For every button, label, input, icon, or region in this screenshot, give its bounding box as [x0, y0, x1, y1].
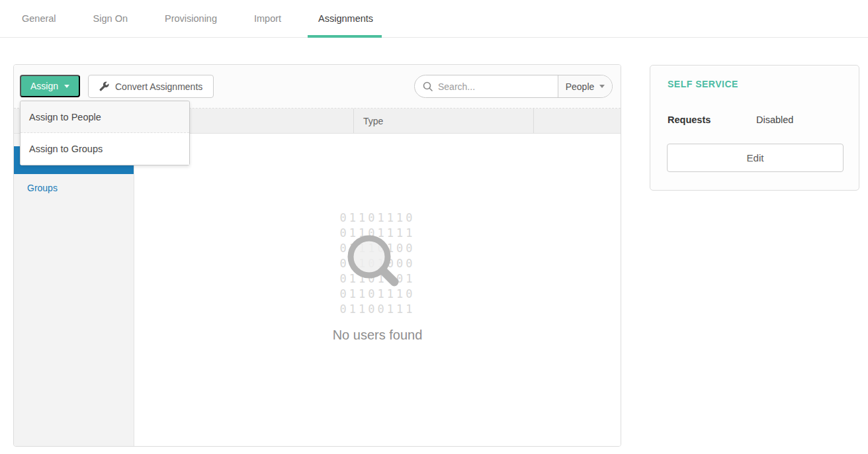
search-icon [423, 81, 433, 91]
menu-item-assign-to-people[interactable]: Assign to People [21, 101, 189, 133]
column-divider [533, 109, 534, 133]
self-service-panel: SELF SERVICE Requests Disabled Edit [650, 65, 859, 191]
caret-down-icon [599, 85, 605, 88]
sidebar-item-groups[interactable]: Groups [14, 174, 134, 202]
convert-assignments-button[interactable]: Convert Assignments [88, 75, 214, 98]
menu-item-assign-to-groups[interactable]: Assign to Groups [21, 133, 189, 165]
search-input[interactable] [438, 81, 558, 92]
self-service-title: SELF SERVICE [668, 79, 738, 89]
binary-row: 01101110 [134, 210, 621, 226]
app-tab-bar: General Sign On Provisioning Import Assi… [0, 0, 868, 38]
search-scope-label: People [566, 81, 595, 92]
search-box [415, 75, 558, 97]
requests-status-value: Disabled [756, 114, 793, 125]
assign-button[interactable]: Assign [20, 75, 80, 97]
assignments-table-area: 01101110 01101111 01110100 01101000 0110… [134, 134, 621, 447]
column-divider [353, 109, 354, 133]
wrench-icon [99, 81, 109, 91]
assignments-body: People Groups 01101110 01101111 01110100… [14, 134, 621, 447]
empty-state-message: No users found [134, 328, 621, 343]
tab-provisioning[interactable]: Provisioning [165, 0, 217, 37]
convert-assignments-label: Convert Assignments [115, 81, 202, 92]
edit-button[interactable]: Edit [667, 144, 844, 172]
search-scope-dropdown[interactable]: People [558, 75, 612, 97]
tab-assignments[interactable]: Assignments [318, 0, 373, 37]
empty-state: 01101110 01101111 01110100 01101000 0110… [134, 210, 621, 343]
tab-import[interactable]: Import [254, 0, 281, 37]
tab-general[interactable]: General [22, 0, 56, 37]
assign-button-label: Assign [30, 81, 58, 91]
filters-sidebar: People Groups [14, 134, 134, 447]
tab-sign-on[interactable]: Sign On [93, 0, 128, 37]
magnifier-icon [345, 232, 404, 295]
assign-dropdown-menu: Assign to People Assign to Groups [20, 101, 190, 165]
binary-row: 01100111 [134, 302, 621, 317]
requests-label: Requests [668, 114, 711, 125]
column-header-type: Type [363, 109, 383, 134]
caret-down-icon [64, 85, 69, 88]
search-group: People [414, 75, 613, 98]
